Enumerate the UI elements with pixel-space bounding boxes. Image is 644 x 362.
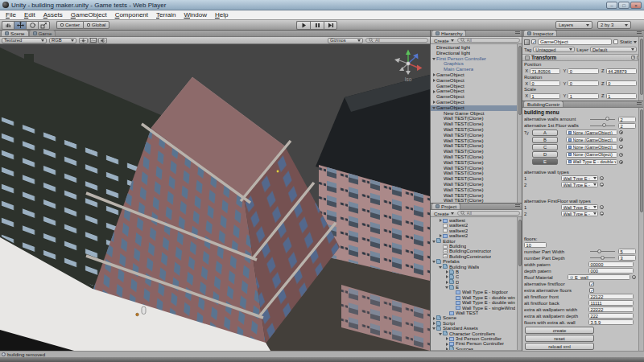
panel-menu-icon[interactable] [637, 31, 642, 35]
checkbox[interactable]: ✓ [589, 282, 594, 286]
tab-hierarchy[interactable]: Hierarchy [431, 31, 466, 36]
wall-slot-button-b[interactable]: B [532, 137, 558, 143]
project-item[interactable]: Sources [431, 347, 522, 350]
foldout-closed-icon[interactable] [432, 73, 436, 77]
slider-thumb[interactable] [602, 123, 606, 127]
move-tool-button[interactable] [14, 21, 26, 30]
object-picker-icon[interactable] [600, 176, 604, 180]
menu-item-terrain[interactable]: Terrain [152, 11, 180, 19]
hierarchy-item[interactable]: Wall TEST(Clone) [431, 160, 522, 166]
hierarchy-item[interactable]: Wall TEST(Clone) [431, 171, 522, 176]
object-field[interactable]: None (GameObject) [566, 130, 617, 135]
hierarchy-create-button[interactable]: Create [432, 38, 456, 43]
hierarchy-item[interactable]: GameObject [431, 94, 522, 100]
text-field[interactable]: 11111 [588, 300, 634, 306]
active-checkbox[interactable]: ✓ [531, 39, 536, 44]
reset-button[interactable]: reset [525, 335, 594, 342]
building-constructor-scrollbar[interactable] [638, 108, 643, 351]
hierarchy-item[interactable]: Wall TEST(Clone) [431, 121, 522, 127]
scale-x-field[interactable]: 1 [530, 93, 560, 99]
position-x-field[interactable]: 71.80506 [530, 68, 560, 74]
hierarchy-item[interactable]: Directional light [431, 51, 522, 56]
hierarchy-item[interactable]: Wall TEST(Clone) [431, 149, 522, 154]
object-picker-icon[interactable] [632, 275, 636, 279]
text-field[interactable]: 22222 [588, 306, 634, 312]
hierarchy-search-input[interactable]: All [457, 38, 520, 43]
slider-track[interactable] [590, 125, 615, 126]
hierarchy-scrollbar[interactable] [517, 44, 522, 203]
hierarchy-item[interactable]: Directional light [431, 45, 522, 51]
text-field[interactable]: 22122 [588, 294, 634, 299]
create-button[interactable]: create [525, 327, 594, 334]
menu-item-file[interactable]: File [2, 11, 20, 19]
hierarchy-item[interactable]: Wall TEST(Clone) [431, 127, 522, 133]
step-button[interactable] [324, 21, 337, 30]
inspector-scrollbar[interactable] [638, 37, 643, 101]
slider-value-field[interactable]: 2 [618, 123, 636, 129]
gameobject-name-field[interactable]: GameObject [538, 39, 612, 45]
text-field[interactable]: 00000 [588, 261, 634, 267]
hierarchy-item[interactable]: Wall TEST(Clone) [431, 143, 522, 149]
layer-dropdown[interactable]: Default [590, 47, 637, 52]
wall-slot-button-a[interactable]: A [532, 130, 558, 136]
position-y-field[interactable]: 0 [568, 68, 598, 74]
slider-value-field[interactable]: 5 [618, 249, 636, 254]
hierarchy-item[interactable]: GameObject [431, 84, 522, 89]
scene-lighting-toggle[interactable] [79, 38, 88, 43]
rotation-x-field[interactable]: 0 [530, 80, 560, 86]
static-dropdown-icon[interactable] [634, 41, 637, 43]
object-field[interactable]: Wall Type E - double w [566, 159, 617, 165]
menu-item-assets[interactable]: Assets [39, 11, 67, 19]
foldout-closed-icon[interactable] [432, 101, 436, 105]
hierarchy-item[interactable]: Wall TEST(Clone) [431, 116, 522, 121]
scale-y-field[interactable]: 1 [568, 93, 598, 99]
pause-button[interactable] [310, 21, 324, 30]
skybox-toggle[interactable] [89, 38, 97, 43]
project-scrollbar[interactable] [517, 217, 522, 350]
scene-viewport[interactable]: Iso [0, 44, 430, 351]
gizmos-dropdown[interactable]: Gizmos [328, 38, 363, 43]
hierarchy-item[interactable]: Wall TEST(Clone) [431, 154, 522, 160]
scene-search-input[interactable]: All [365, 38, 428, 43]
wall-slot-button-e[interactable]: E [532, 158, 558, 165]
hierarchy-item[interactable]: GameObject [431, 105, 522, 111]
close-button[interactable]: × [630, 2, 642, 9]
tab-game[interactable]: Game [29, 30, 56, 36]
hierarchy-item[interactable]: Main Camera [431, 67, 522, 72]
wall-slot-button-d[interactable]: D [532, 151, 558, 158]
shading-mode-dropdown[interactable]: Textured [2, 38, 47, 43]
foldout-open-icon[interactable] [432, 106, 436, 110]
object-picker-icon[interactable] [600, 205, 604, 209]
scale-z-field[interactable]: 1 [606, 93, 637, 99]
title-bar[interactable]: Unity - building maker.unity - Game test… [0, 0, 644, 10]
foldout-closed-icon[interactable] [432, 89, 436, 93]
wall-type-dropdown[interactable]: Wall Type E - [561, 175, 598, 181]
object-picker-icon[interactable] [619, 130, 623, 134]
project-search-input[interactable]: All [457, 211, 520, 216]
hierarchy-item[interactable]: Wall TEST(Clone) [431, 198, 522, 203]
transform-component-header[interactable]: Transform ? * [522, 54, 643, 61]
menu-item-help[interactable]: Help [211, 11, 232, 19]
hierarchy-item[interactable]: Wall TEST(Clone) [431, 166, 522, 171]
status-bar[interactable]: building removed [0, 351, 644, 357]
hierarchy-item[interactable]: Wall TEST(Clone) [431, 187, 522, 193]
tab-scene[interactable]: Scene [1, 30, 29, 36]
hierarchy-item[interactable]: GameObject [431, 100, 522, 105]
hierarchy-item[interactable]: Wall TEST(Clone) [431, 193, 522, 199]
hierarchy-item[interactable]: New Game Object [431, 111, 522, 117]
tab-inspector[interactable]: Inspector [523, 31, 557, 36]
maximize-button[interactable]: □ [618, 2, 630, 9]
hierarchy-item[interactable]: GameObject [431, 72, 522, 78]
text-field[interactable]: 3,5,9 [588, 319, 634, 325]
layers-dropdown[interactable]: Layers [555, 21, 592, 29]
hierarchy-item[interactable]: GameObject [431, 78, 522, 84]
slider-track[interactable] [590, 119, 615, 120]
minimize-button[interactable]: – [606, 2, 617, 9]
layout-dropdown[interactable]: 2 by 3 [597, 21, 631, 29]
view-mode-label[interactable]: Iso [405, 76, 412, 82]
menu-item-component[interactable]: Component [111, 11, 152, 19]
render-channels-dropdown[interactable]: RGB [49, 38, 76, 43]
hierarchy-item[interactable]: First Person Controller [431, 56, 522, 62]
checkbox[interactable]: ✓ [589, 288, 594, 293]
slider-thumb[interactable] [597, 249, 601, 253]
